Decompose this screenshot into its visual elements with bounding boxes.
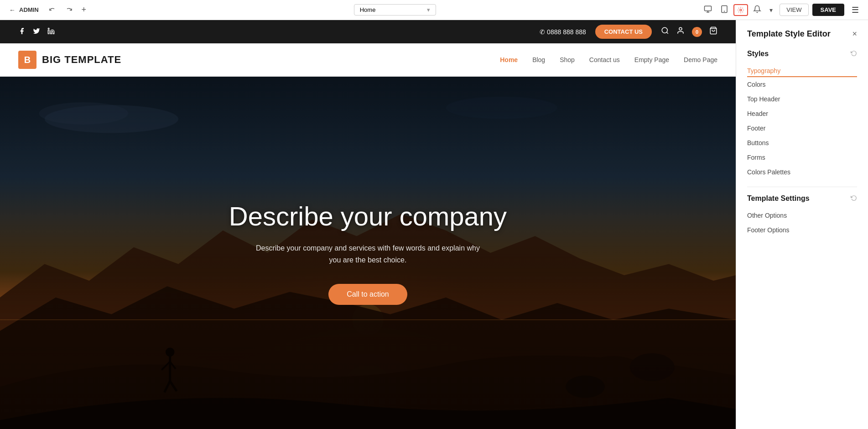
user-icon[interactable] bbox=[676, 26, 685, 37]
twitter-icon[interactable] bbox=[33, 27, 40, 37]
template-settings-header: Template Settings bbox=[747, 194, 857, 203]
undo-button[interactable] bbox=[46, 5, 59, 16]
facebook-icon[interactable] bbox=[18, 27, 26, 37]
sidebar-item-typography[interactable]: Typography bbox=[747, 63, 857, 77]
panel-close-button[interactable]: × bbox=[852, 29, 857, 39]
logo-box: B bbox=[18, 51, 36, 69]
hero-subtitle: Describe your company and services with … bbox=[254, 242, 482, 266]
admin-bar-right: ▾ VIEW SAVE ☰ bbox=[701, 3, 863, 17]
nav-demo-page[interactable]: Demo Page bbox=[684, 56, 717, 63]
page-selector[interactable]: Home ▾ bbox=[354, 4, 436, 16]
redo-button[interactable] bbox=[62, 5, 75, 16]
top-header-right: ✆ 0888 888 888 CONTACT US 0 bbox=[540, 25, 717, 39]
nav-blog[interactable]: Blog bbox=[532, 56, 545, 63]
styles-section-header: Styles bbox=[747, 50, 857, 58]
nav-shop[interactable]: Shop bbox=[560, 56, 575, 63]
nav-home[interactable]: Home bbox=[500, 56, 518, 63]
admin-button[interactable]: ← ADMIN bbox=[5, 5, 42, 16]
tablet-view-button[interactable] bbox=[717, 3, 732, 17]
svg-point-8 bbox=[662, 27, 667, 33]
section-divider bbox=[747, 187, 857, 187]
template-settings-title: Template Settings bbox=[747, 194, 810, 203]
menu-button[interactable]: ☰ bbox=[848, 3, 863, 17]
admin-bar-left: ← ADMIN + bbox=[5, 3, 89, 16]
preview-area: ✆ 0888 888 888 CONTACT US 0 bbox=[0, 20, 736, 429]
device-icons: ▾ bbox=[701, 3, 776, 17]
template-settings-reset-button[interactable] bbox=[851, 195, 857, 203]
nav-contact[interactable]: Contact us bbox=[589, 56, 620, 63]
sidebar-item-top-header[interactable]: Top Header bbox=[747, 92, 857, 106]
add-element-button[interactable]: + bbox=[79, 3, 89, 16]
style-editor-button[interactable] bbox=[733, 4, 748, 16]
hero-content: Describe your company Describe your comp… bbox=[211, 183, 525, 323]
contact-us-button[interactable]: CONTACT US bbox=[595, 25, 652, 39]
panel-title: Template Style Editor bbox=[747, 29, 831, 39]
site-header: B BIG TEMPLATE Home Blog Shop Contact us… bbox=[0, 43, 736, 77]
cart-badge[interactable]: 0 bbox=[692, 27, 702, 37]
sidebar-item-other-options[interactable]: Other Options bbox=[747, 208, 857, 223]
top-header-icons: 0 bbox=[661, 26, 717, 37]
desktop-view-button[interactable] bbox=[701, 3, 715, 17]
cart-icon[interactable] bbox=[709, 26, 717, 37]
view-button[interactable]: VIEW bbox=[780, 4, 808, 16]
logo-text: BIG TEMPLATE bbox=[42, 54, 121, 66]
svg-line-9 bbox=[666, 32, 668, 33]
svg-rect-6 bbox=[48, 30, 49, 34]
hero-title: Describe your company bbox=[229, 201, 507, 231]
svg-rect-0 bbox=[705, 6, 712, 11]
svg-point-10 bbox=[679, 27, 682, 30]
save-button[interactable]: SAVE bbox=[812, 4, 844, 16]
social-icons bbox=[18, 27, 55, 37]
styles-section-title: Styles bbox=[747, 50, 769, 58]
nav-empty-page[interactable]: Empty Page bbox=[634, 56, 669, 63]
styles-reset-button[interactable] bbox=[851, 50, 857, 58]
linkedin-icon[interactable] bbox=[47, 27, 55, 37]
site-top-header: ✆ 0888 888 888 CONTACT US 0 bbox=[0, 20, 736, 43]
search-icon[interactable] bbox=[661, 26, 669, 37]
sidebar-item-buttons[interactable]: Buttons bbox=[747, 136, 857, 150]
admin-bar: ← ADMIN + Home ▾ bbox=[0, 0, 868, 20]
sidebar-item-header[interactable]: Header bbox=[747, 106, 857, 121]
more-options-button[interactable]: ▾ bbox=[766, 4, 776, 16]
site-logo: B BIG TEMPLATE bbox=[18, 51, 121, 69]
panel-header: Template Style Editor × bbox=[747, 29, 857, 39]
site-nav: Home Blog Shop Contact us Empty Page Dem… bbox=[500, 56, 717, 63]
phone-number: ✆ 0888 888 888 bbox=[540, 28, 586, 36]
sidebar-item-footer[interactable]: Footer bbox=[747, 121, 857, 136]
svg-point-7 bbox=[48, 28, 49, 29]
sidebar-panel: Template Style Editor × Styles Typograph… bbox=[736, 20, 868, 429]
main-area: ✆ 0888 888 888 CONTACT US 0 bbox=[0, 20, 868, 429]
admin-bar-center: Home ▾ bbox=[93, 4, 697, 16]
sidebar-item-footer-options[interactable]: Footer Options bbox=[747, 223, 857, 237]
sidebar-item-colors-palettes[interactable]: Colors Palettes bbox=[747, 165, 857, 179]
sidebar-item-colors[interactable]: Colors bbox=[747, 77, 857, 92]
sidebar-item-forms[interactable]: Forms bbox=[747, 150, 857, 165]
hero-section: Describe your company Describe your comp… bbox=[0, 77, 736, 429]
notifications-button[interactable] bbox=[750, 3, 764, 17]
svg-point-5 bbox=[740, 9, 742, 11]
cta-button[interactable]: Call to action bbox=[328, 284, 407, 305]
